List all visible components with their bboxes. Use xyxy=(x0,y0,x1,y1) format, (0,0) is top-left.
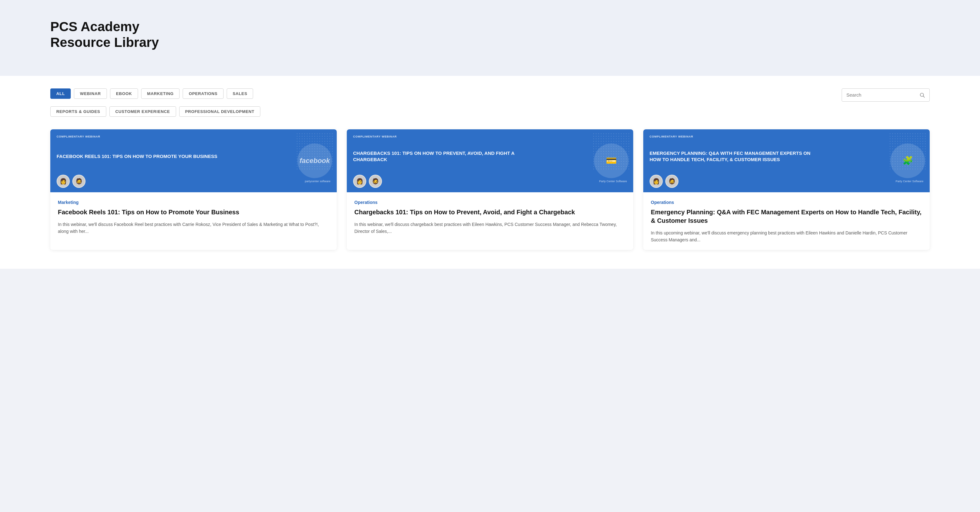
thumb-bottom: 👩🧔 Party Center Software xyxy=(353,175,627,188)
resource-card-2[interactable]: 💳 COMPLIMENTARY WEBINAR CHARGEBACKS 101:… xyxy=(347,129,633,250)
thumb-bottom: 👩🧔 partycenter software xyxy=(57,175,331,188)
brand-logo: Party Center Software xyxy=(896,180,923,183)
filter-btn-ebook[interactable]: EBOOK xyxy=(110,88,138,99)
card-body: Operations Chargebacks 101: Tips on How … xyxy=(347,192,633,241)
filter-btn-sales[interactable]: SALES xyxy=(227,88,253,99)
avatars: 👩🧔 xyxy=(353,175,382,188)
avatars: 👩🧔 xyxy=(649,175,678,188)
card-category: Operations xyxy=(354,200,626,205)
card-thumbnail: 💳 COMPLIMENTARY WEBINAR CHARGEBACKS 101:… xyxy=(347,129,633,192)
card-body: Operations Emergency Planning: Q&A with … xyxy=(643,192,930,250)
card-title: Facebook Reels 101: Tips on How to Promo… xyxy=(58,208,329,217)
resource-card-1[interactable]: facebook COMPLIMENTARY WEBINAR FACEBOOK … xyxy=(50,129,337,250)
card-title: Chargebacks 101: Tips on How to Prevent,… xyxy=(354,208,626,217)
thumb-deco: 💳 xyxy=(594,144,628,178)
thumb-title: EMERGENCY PLANNING: Q&A WITH FEC MANAGEM… xyxy=(649,150,814,163)
filter-btn-all[interactable]: ALL xyxy=(50,88,71,99)
search-icon xyxy=(919,92,925,98)
card-thumbnail: facebook COMPLIMENTARY WEBINAR FACEBOOK … xyxy=(50,129,337,192)
thumb-title: CHARGEBACKS 101: TIPS ON HOW TO PREVENT,… xyxy=(353,150,517,163)
filter-area: ALLWEBINAREBOOKMARKETINGOPERATIONSSALES … xyxy=(50,88,930,117)
webinar-badge: COMPLIMENTARY WEBINAR xyxy=(649,135,923,138)
card-thumbnail: 🧩 COMPLIMENTARY WEBINAR EMERGENCY PLANNI… xyxy=(643,129,930,192)
resource-card-3[interactable]: 🧩 COMPLIMENTARY WEBINAR EMERGENCY PLANNI… xyxy=(643,129,930,250)
avatars: 👩🧔 xyxy=(57,175,86,188)
search-container[interactable] xyxy=(842,88,930,102)
filter-row-2: REPORTS & GUIDESCUSTOMER EXPERIENCEPROFE… xyxy=(50,106,260,117)
hero-section: PCS Academy Resource Library xyxy=(0,0,980,76)
filter-btn-marketing[interactable]: MARKETING xyxy=(141,88,180,99)
card-description: In this webinar, we'll discuss chargebac… xyxy=(354,221,626,235)
search-input[interactable] xyxy=(846,92,919,97)
thumb-title: FACEBOOK REELS 101: TIPS ON HOW TO PROMO… xyxy=(57,153,221,160)
avatar: 🧔 xyxy=(72,175,86,188)
thumb-deco: facebook xyxy=(298,144,332,178)
avatar: 🧔 xyxy=(665,175,678,188)
avatar: 🧔 xyxy=(369,175,382,188)
filter-btn-professional[interactable]: PROFESSIONAL DEVELOPMENT xyxy=(179,106,261,117)
thumb-inner: COMPLIMENTARY WEBINAR EMERGENCY PLANNING… xyxy=(643,129,930,192)
brand-logo: partycenter software xyxy=(305,180,331,183)
filter-btn-operations[interactable]: OPERATIONS xyxy=(183,88,224,99)
card-category: Operations xyxy=(651,200,922,205)
page-title: PCS Academy Resource Library xyxy=(50,19,930,51)
card-category: Marketing xyxy=(58,200,329,205)
webinar-badge: COMPLIMENTARY WEBINAR xyxy=(353,135,627,138)
main-content: ALLWEBINAREBOOKMARKETINGOPERATIONSSALES … xyxy=(0,76,980,269)
thumb-inner: COMPLIMENTARY WEBINAR CHARGEBACKS 101: T… xyxy=(347,129,633,192)
card-description: In this webinar, we'll discuss Facebook … xyxy=(58,221,329,235)
card-body: Marketing Facebook Reels 101: Tips on Ho… xyxy=(50,192,337,241)
webinar-badge: COMPLIMENTARY WEBINAR xyxy=(57,135,331,138)
svg-line-1 xyxy=(923,96,924,97)
card-title: Emergency Planning: Q&A with FEC Managem… xyxy=(651,208,922,225)
filter-btn-customer[interactable]: CUSTOMER EXPERIENCE xyxy=(110,106,176,117)
thumb-bottom: 👩🧔 Party Center Software xyxy=(649,175,923,188)
filter-buttons: ALLWEBINAREBOOKMARKETINGOPERATIONSSALES … xyxy=(50,88,260,117)
avatar: 👩 xyxy=(353,175,366,188)
filter-btn-reports[interactable]: REPORTS & GUIDES xyxy=(50,106,106,117)
brand-logo: Party Center Software xyxy=(599,180,627,183)
filter-btn-webinar[interactable]: WEBINAR xyxy=(74,88,107,99)
avatar: 👩 xyxy=(57,175,70,188)
thumb-inner: COMPLIMENTARY WEBINAR FACEBOOK REELS 101… xyxy=(50,129,337,192)
thumb-deco: 🧩 xyxy=(890,144,925,178)
avatar: 👩 xyxy=(649,175,663,188)
cards-grid: facebook COMPLIMENTARY WEBINAR FACEBOOK … xyxy=(50,129,930,250)
filter-row-1: ALLWEBINAREBOOKMARKETINGOPERATIONSSALES xyxy=(50,88,260,99)
card-description: In this upcoming webinar, we'll discuss … xyxy=(651,230,922,244)
